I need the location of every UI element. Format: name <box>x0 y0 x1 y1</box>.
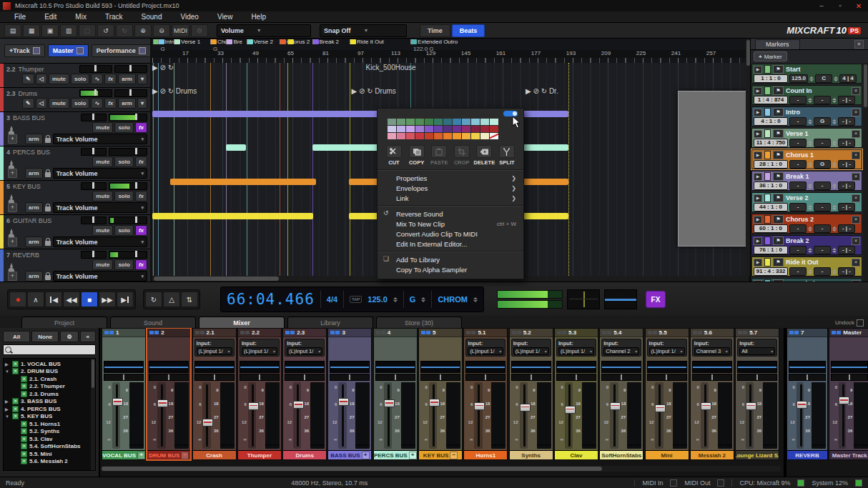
draw-tool-button[interactable]: ✎ <box>22 74 34 84</box>
menu-item[interactable]: Help <box>242 13 275 21</box>
marker-color-chip[interactable] <box>764 258 771 267</box>
channel-header[interactable]: 5.5 <box>646 329 689 337</box>
pan-slider[interactable] <box>647 374 687 381</box>
fx-button[interactable]: fx <box>135 191 147 201</box>
solo-button[interactable]: solo <box>71 74 89 84</box>
menu-item-convert-audio-to-midi[interactable]: Convert Audio Clip To MIDI <box>378 229 523 239</box>
flag-icon[interactable]: ⚑ <box>773 86 784 95</box>
solo-button[interactable]: solo <box>114 225 133 236</box>
volume-fader[interactable] <box>293 382 301 449</box>
color-swatch[interactable] <box>462 126 470 132</box>
volume-fader[interactable] <box>384 382 392 449</box>
timeline-marker-flag[interactable]: Bre <box>226 39 242 45</box>
channel-visible-checkbox[interactable]: ✕ <box>12 413 19 419</box>
track-volume-select[interactable]: Track Volume▾ <box>53 168 147 179</box>
automation-button[interactable]: ∿ <box>91 74 103 84</box>
marker-color-chip[interactable] <box>764 215 771 224</box>
channel-header[interactable]: 5 <box>419 329 462 337</box>
marker-color-chip[interactable] <box>764 236 771 245</box>
channel-header[interactable]: 2.3 <box>283 329 326 337</box>
marker-row[interactable]: ▶ ⚑ Verse 2 ✕ 44 : 1 : 0 - - - | - <box>751 192 862 212</box>
volume-fader[interactable] <box>701 382 709 449</box>
marker-tempo-field[interactable]: - <box>789 139 807 147</box>
mute-button[interactable]: mute <box>92 156 113 167</box>
mute-button[interactable]: mute <box>92 259 113 270</box>
add-lane-button[interactable]: + <box>8 134 17 144</box>
track-volume-slider[interactable] <box>81 182 107 190</box>
close-icon[interactable]: ✕ <box>854 40 864 49</box>
markers-scrollbar[interactable] <box>863 63 868 282</box>
spinner[interactable] <box>808 268 812 275</box>
pan-slider[interactable] <box>737 374 777 381</box>
menu-item[interactable]: Sound <box>133 13 171 21</box>
mixer-channel-strip[interactable]: 5 ▾ 0612∞ 9182736 KEY BUS− <box>418 328 463 460</box>
spinner[interactable] <box>834 75 838 82</box>
channel-header[interactable]: 5.2 <box>510 329 553 337</box>
marker-row[interactable]: ▶ ⚑ Ride it Out ✕ 91 : 4 : 332 - - - | - <box>751 257 862 277</box>
chevron-down-icon[interactable]: ▾ <box>137 98 147 109</box>
timeline-marker-flag[interactable]: Extended Outro 122.0 G <box>410 39 458 45</box>
color-swatch[interactable] <box>462 119 470 125</box>
timeline-marker-flag[interactable]: Break 2 <box>312 39 340 45</box>
marker-timesig-field[interactable]: - | - <box>838 246 855 254</box>
marker-key-field[interactable]: G <box>814 117 831 126</box>
arm-button[interactable]: arm <box>25 168 43 179</box>
menu-item-add-to-library[interactable]: ❏Add To Library <box>378 254 523 264</box>
menu-item[interactable]: View <box>209 13 242 21</box>
spinner[interactable] <box>832 247 837 254</box>
channel-name[interactable]: Messiah 2 <box>691 450 734 459</box>
channel-visible-checkbox[interactable]: ✕ <box>21 383 27 389</box>
channel-header[interactable]: Master <box>829 329 868 337</box>
track-volume-select[interactable]: Track Volume▾ <box>53 134 147 144</box>
marker-tempo-field[interactable]: - <box>789 246 807 254</box>
eq-display[interactable] <box>831 361 868 373</box>
timeline-marker-flag[interactable] <box>287 39 295 44</box>
expand-arrow-icon[interactable]: ▶ <box>754 216 762 224</box>
marker-time-field[interactable]: 60 : 1 : 0 <box>754 224 788 233</box>
tree-item[interactable]: ✕ 5.5. Mini <box>5 450 94 458</box>
marker-time-field[interactable]: 44 : 1 : 0 <box>754 203 788 211</box>
marker-key-field[interactable]: - <box>814 224 831 233</box>
solo-button[interactable]: solo <box>114 156 133 167</box>
go-to-start-button[interactable]: ◀ <box>45 292 62 307</box>
toolbar-icon[interactable]: ▥ <box>60 24 77 37</box>
volume-fader[interactable] <box>429 382 437 449</box>
spinner[interactable] <box>832 139 837 146</box>
channel-header[interactable]: 3 <box>328 329 371 337</box>
gear-icon[interactable]: ⚙ <box>60 331 78 342</box>
mixer-search-input[interactable] <box>3 344 96 355</box>
flag-icon[interactable]: ⚑ <box>773 194 784 202</box>
flag-icon[interactable]: ⚑ <box>773 172 784 181</box>
clip-header-icons[interactable]: ▶ ⊘ ↻ <box>526 87 547 95</box>
bus-track-row[interactable]: 4 PERCS BUS mute solo fx <box>0 146 150 181</box>
marker-flag-row[interactable]: Intro G Verse 1 Cho G <box>152 39 749 50</box>
spinner[interactable] <box>832 118 837 125</box>
channel-visible-checkbox[interactable]: ✕ <box>21 391 27 397</box>
track-pan-slider[interactable] <box>114 89 147 97</box>
color-swatch[interactable] <box>471 126 480 132</box>
track-name[interactable]: REVERB <box>13 252 39 259</box>
expand-arrow-icon[interactable]: ▶ <box>754 87 762 95</box>
pan-slider[interactable] <box>375 374 415 381</box>
expand-collapse-button[interactable]: + <box>137 452 145 459</box>
track-volume-slider[interactable] <box>81 148 107 156</box>
fast-forward-button[interactable]: ▶▶ <box>99 292 116 307</box>
delete-marker-button[interactable]: ✕ <box>852 151 860 159</box>
marker-tempo-field[interactable]: - <box>789 181 807 190</box>
copy-button[interactable]: COPY <box>406 145 428 166</box>
speaker-icon[interactable]: ◁ <box>36 98 47 109</box>
mixer-channel-strip[interactable]: 5.6 Input: Channel 3▾ 0612∞ 9182736 <box>690 328 734 460</box>
marker-time-field[interactable]: 4 : 1 : 0 <box>754 117 788 126</box>
marker-time-field[interactable]: 91 : 4 : 332 <box>754 267 788 276</box>
delete-marker-button[interactable]: ✕ <box>852 259 860 267</box>
expand-arrow-icon[interactable]: ▶ <box>754 259 762 267</box>
channel-header[interactable]: 2 <box>147 329 190 337</box>
pan-slider[interactable] <box>831 374 868 381</box>
add-marker-button[interactable]: +Marker <box>754 51 787 61</box>
chevron-down-icon[interactable]: ▾ <box>137 74 147 84</box>
marker-time-field[interactable]: 1 : 4 : 874 <box>754 96 788 104</box>
fx-button[interactable]: fx <box>104 98 117 109</box>
menu-item-edit-external-editor[interactable]: Edit In External Editor... <box>378 239 523 249</box>
arm-button[interactable]: arm <box>25 134 43 144</box>
marker-key-field[interactable]: G <box>814 160 831 169</box>
